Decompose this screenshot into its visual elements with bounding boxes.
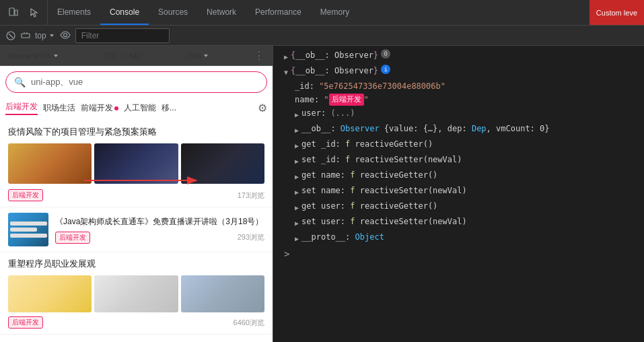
article-card-3[interactable]: 重塑程序员职业发展观 后端开发 6460浏览 <box>0 252 273 335</box>
tab-network[interactable]: Network <box>197 0 246 25</box>
search-icon: 🔍 <box>14 77 26 88</box>
custom-level-button[interactable]: Custom leve <box>589 0 644 25</box>
article-image-3-1 <box>8 275 92 312</box>
article-badge-2: 后端开发 <box>55 232 90 244</box>
tabs-container: Elements Console Sources Network Perform… <box>48 0 589 25</box>
expand-arrow-get-user[interactable]: ▶ <box>295 202 299 214</box>
article-image-3-2 <box>94 275 178 312</box>
svg-marker-10 <box>204 55 208 57</box>
article-badge-1: 后端开发 <box>8 189 43 201</box>
tag-frontend-dev[interactable]: 前端开发 <box>81 102 118 114</box>
svg-rect-0 <box>9 8 14 15</box>
console-prompt[interactable]: > <box>273 246 644 262</box>
tag-more[interactable]: 移... <box>162 102 176 114</box>
phone-top-bar: iPhone 6/7/8 375 × 667 75% ⋮ <box>0 46 273 66</box>
toolbar-left <box>0 0 48 25</box>
console-line-get-name[interactable]: ▶ get name: f reactiveGetter() <box>273 168 644 184</box>
visibility-icon[interactable] <box>59 30 71 41</box>
tab-performance[interactable]: Performance <box>246 0 311 25</box>
console-line-set-name[interactable]: ▶ set name: f reactiveSetter(newVal) <box>273 184 644 199</box>
read-count-1: 173浏览 <box>238 191 264 201</box>
console-line-proto[interactable]: ▶ __proto__: Object <box>273 230 644 246</box>
expand-arrow-1[interactable]: ▶ <box>284 51 288 63</box>
article-images-1 <box>8 143 264 184</box>
tab-memory[interactable]: Memory <box>311 0 359 25</box>
console-line-2[interactable]: ▼ { __ob__: Observer } i <box>273 64 644 79</box>
article-title-3: 重塑程序员职业发展观 <box>8 258 264 270</box>
tags-row: 后端开发 职场生活 前端开发 人工智能 移... ⚙ <box>0 98 273 121</box>
search-bar[interactable]: 🔍 uni-app、vue <box>5 71 267 93</box>
article-footer-1: 后端开发 173浏览 <box>8 189 264 201</box>
console-line-user[interactable]: ▶ user: (...) <box>273 106 644 122</box>
article-image-city <box>8 143 92 184</box>
filter-input[interactable] <box>75 28 170 43</box>
tab-elements[interactable]: Elements <box>48 0 100 25</box>
article-image-3-3 <box>181 275 264 312</box>
console-line-id[interactable]: _id: "5e762547336e73004e88006b" <box>273 79 644 93</box>
expand-arrow-set-user[interactable]: ▶ <box>295 217 299 230</box>
dimensions: 375 × 667 <box>104 52 142 60</box>
article-footer-3: 后端开发 6460浏览 <box>8 316 264 329</box>
expand-arrow-set-id[interactable]: ▶ <box>295 156 299 168</box>
console-line-1[interactable]: ▶ { __ob__: Observer } 0 <box>273 48 644 64</box>
svg-rect-4 <box>22 34 30 38</box>
more-options-button[interactable]: ⋮ <box>254 49 264 62</box>
device-selector[interactable]: iPhone 6/7/8 <box>8 52 59 60</box>
svg-point-8 <box>63 33 67 36</box>
article-title-2: 《Java架构师成长直通车》免费直播课开讲啦（3月18号） <box>55 216 264 228</box>
read-count-2: 293浏览 <box>238 232 264 242</box>
article-card-1[interactable]: 疫情风险下的项目管理与紧急预案策略 后端开发 173浏览 <box>0 121 273 207</box>
phone-content[interactable]: 🔍 uni-app、vue 后端开发 职场生活 前端开发 人工智能 移... <box>0 66 273 342</box>
console-panel[interactable]: ▶ { __ob__: Observer } 0 ▼ { __ob__: Obs… <box>273 46 644 342</box>
read-count-3: 6460浏览 <box>234 318 264 328</box>
console-line-get-id[interactable]: ▶ get _id: f reactiveGetter() <box>273 137 644 153</box>
tag-backend-dev[interactable]: 后端开发 <box>5 101 38 115</box>
phone-panel: iPhone 6/7/8 375 × 667 75% ⋮ � <box>0 46 273 342</box>
name-highlight: 后端开发 <box>329 94 364 106</box>
console-toolbar: top <box>0 26 644 46</box>
expand-arrow-2[interactable]: ▼ <box>284 67 288 79</box>
clear-console-icon[interactable] <box>5 30 16 41</box>
block-icon[interactable] <box>20 30 31 41</box>
search-placeholder: uni-app、vue <box>31 76 83 88</box>
expand-arrow-proto[interactable]: ▶ <box>295 233 299 245</box>
console-line-name[interactable]: name: "后端开发" <box>273 93 644 106</box>
article-title-1: 疫情风险下的项目管理与紧急预案策略 <box>8 126 264 138</box>
article-card-2[interactable]: 《Java架构师成长直通车》免费直播课开讲啦（3月18号） 后端开发 293浏览 <box>0 207 273 252</box>
tag-career-life[interactable]: 职场生活 <box>43 102 75 114</box>
expand-arrow-get-name[interactable]: ▶ <box>295 171 299 183</box>
console-line-ob[interactable]: ▶ __ob__: Observer {value: {…}, dep: Dep… <box>273 122 644 137</box>
console-line-get-user[interactable]: ▶ get user: f reactiveGetter() <box>273 199 644 215</box>
svg-line-3 <box>9 34 13 38</box>
article-badge-3: 后端开发 <box>8 316 43 329</box>
svg-rect-1 <box>15 10 17 15</box>
expand-arrow-user[interactable]: ▶ <box>295 109 299 121</box>
article-image-laptop <box>94 143 178 184</box>
article-thumb-2 <box>8 213 48 246</box>
expand-arrow-get-id[interactable]: ▶ <box>295 140 299 152</box>
article-images-3 <box>8 275 264 312</box>
device-toggle-button[interactable] <box>5 5 22 21</box>
article-footer-2: 后端开发 293浏览 <box>55 232 264 244</box>
tab-sources[interactable]: Sources <box>149 0 197 25</box>
console-line-set-id[interactable]: ▶ set _id: f reactiveSetter(newVal) <box>273 153 644 168</box>
article-image-coding <box>181 143 264 184</box>
settings-icon[interactable]: ⚙ <box>258 102 267 114</box>
expand-arrow-set-name[interactable]: ▶ <box>295 186 299 199</box>
devtools-toolbar: Elements Console Sources Network Perform… <box>0 0 644 26</box>
console-line-set-user[interactable]: ▶ set user: f reactiveSetter(newVal) <box>273 215 644 230</box>
article-info-2: 《Java架构师成长直通车》免费直播课开讲啦（3月18号） 后端开发 293浏览 <box>55 216 264 244</box>
svg-marker-9 <box>54 55 58 57</box>
zoom-select[interactable]: 75% <box>186 52 209 60</box>
tab-console[interactable]: Console <box>100 0 149 25</box>
select-element-button[interactable] <box>26 5 42 21</box>
main-content: iPhone 6/7/8 375 × 667 75% ⋮ � <box>0 46 644 342</box>
tag-ai[interactable]: 人工智能 <box>124 102 156 114</box>
svg-marker-7 <box>50 34 54 37</box>
context-select[interactable]: top <box>35 31 55 40</box>
expand-arrow-ob[interactable]: ▶ <box>295 125 299 137</box>
